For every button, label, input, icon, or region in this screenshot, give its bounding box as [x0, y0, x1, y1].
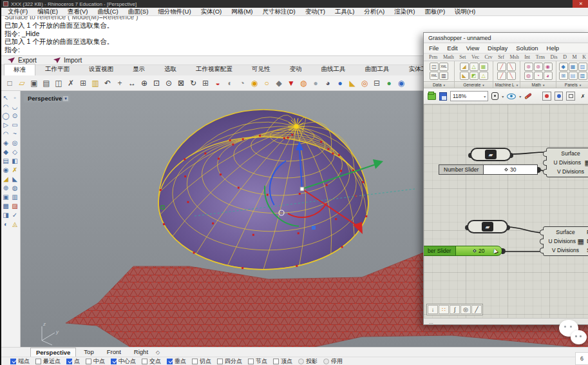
slider-grip-icon[interactable] — [473, 249, 477, 253]
chevron-down-icon[interactable]: ▾ — [502, 94, 504, 99]
zoom-extents-icon[interactable]: ⊠ — [176, 77, 186, 88]
point-icon[interactable]: ◦ — [10, 93, 19, 102]
menu-item[interactable]: 变动(T) — [305, 8, 325, 16]
gh-obscure-icon[interactable]: ✗ — [578, 92, 587, 101]
gumball-icon[interactable]: ◉ — [249, 77, 260, 88]
surface-tool-icon[interactable]: ◈ — [1, 138, 10, 147]
gh-panel-row[interactable]: V Divisions — [547, 167, 588, 176]
viewport-tab[interactable]: Right — [129, 348, 153, 357]
gh-category-tab[interactable]: Math — [443, 54, 454, 60]
gh-category-tab[interactable]: Trns — [536, 54, 545, 60]
gh-draw-pencil-icon[interactable] — [524, 93, 532, 100]
preview-sphere-icon[interactable]: ◎ — [460, 305, 471, 314]
checkbox[interactable] — [142, 359, 147, 364]
gh-menu-item[interactable]: Help — [547, 44, 560, 52]
rectangle-icon[interactable]: ▭ — [10, 120, 19, 129]
osnap-toggle[interactable]: 最近点 — [35, 357, 61, 365]
checkbox[interactable] — [167, 359, 173, 364]
menu-item[interactable]: 查看(V) — [68, 8, 88, 16]
menu-item[interactable]: 文件(F) — [8, 8, 28, 16]
gh-group-label[interactable]: Data▾ — [424, 81, 454, 88]
checkbox[interactable] — [323, 359, 329, 364]
pan-icon[interactable]: + — [115, 77, 125, 88]
gh-category-tab[interactable]: K — [582, 54, 586, 60]
curve-edit-icon[interactable]: ◡ — [10, 102, 19, 111]
union-icon[interactable]: ⊕ — [1, 183, 10, 192]
gh-category-tab[interactable]: Set — [459, 54, 466, 60]
menu-item[interactable]: 曲线(C) — [97, 8, 118, 16]
component-icon[interactable]: ╲ — [507, 63, 516, 71]
input-jack[interactable] — [543, 151, 547, 157]
component-icon[interactable]: ▨ — [578, 63, 587, 71]
osnap-toggle[interactable]: 中点 — [86, 357, 105, 365]
toolbar-tab[interactable]: 工作视窗配置 — [186, 63, 242, 75]
shade-icon[interactable]: ◐ — [225, 77, 235, 88]
checkbox[interactable] — [66, 359, 72, 364]
component-icon[interactable]: ▦ — [479, 63, 488, 71]
toolbar-tab[interactable]: 变动 — [280, 63, 312, 75]
circle-icon[interactable]: ◯ — [1, 111, 10, 120]
earth-icon[interactable]: ● — [384, 77, 394, 88]
chevron-down-icon[interactable]: ▾ — [519, 94, 521, 99]
checkbox[interactable] — [10, 359, 16, 364]
gh-sketch-icon[interactable] — [542, 92, 551, 101]
menu-item[interactable]: 尺寸标注(D) — [263, 8, 296, 16]
freeform-icon[interactable]: ~ — [10, 129, 19, 138]
gh-panel-component-2[interactable]: Surface Pr U Divisions ▦ Br V Divisions … — [543, 226, 588, 256]
osnap-toggle[interactable]: 四分点 — [217, 357, 242, 365]
pyramid-icon[interactable]: ◬ — [10, 219, 19, 228]
gh-category-tab[interactable]: Prm — [429, 54, 437, 60]
slider-grip-icon[interactable] — [504, 168, 508, 172]
trim-icon[interactable]: ✗ — [10, 165, 19, 174]
checkbox[interactable] — [111, 359, 117, 364]
checkbox[interactable] — [35, 359, 41, 364]
gh-canvas[interactable]: ▰ Surface U Divisions ▦ V Divisions Numb… — [424, 104, 588, 318]
checkbox[interactable] — [298, 359, 304, 364]
sphere-blue-icon[interactable]: ● — [335, 77, 345, 88]
mask-icon[interactable]: ▼ — [286, 77, 296, 88]
menu-item[interactable]: 网格(M) — [231, 8, 252, 16]
component-icon[interactable]: ⊛ — [534, 63, 543, 71]
move-icon[interactable]: ↔ — [127, 77, 137, 88]
osnap-toggle[interactable]: 端点 — [10, 357, 30, 365]
box-icon[interactable]: ◆ — [1, 147, 10, 156]
gh-category-tab[interactable]: Msh — [509, 54, 518, 60]
spline-icon[interactable]: ∫ — [450, 305, 460, 314]
gh-zoom-select[interactable]: 118% ▾ — [450, 91, 488, 101]
polygon-icon[interactable]: ▷ — [1, 120, 10, 129]
lock-icon[interactable]: ◆ — [274, 77, 284, 88]
input-jack[interactable] — [540, 248, 544, 253]
check-icon[interactable]: ✓ — [10, 210, 19, 219]
component-icon[interactable]: ◍ — [524, 72, 533, 80]
menu-item[interactable]: 说明(H) — [455, 8, 475, 16]
checkbox[interactable] — [248, 359, 254, 364]
history-icon[interactable]: ◔ — [237, 77, 247, 88]
component-icon[interactable]: △ — [469, 63, 479, 71]
input-jack[interactable] — [543, 160, 547, 166]
hatch-icon[interactable]: ▩ — [1, 201, 10, 210]
component-icon[interactable]: ◣ — [460, 72, 469, 80]
gh-preview-eye-icon[interactable] — [507, 94, 516, 99]
toolbar-tab[interactable]: 设置视图 — [79, 63, 123, 75]
viewport-label[interactable]: Perspective ▾ — [24, 94, 70, 103]
gh-category-tab[interactable]: Vec — [471, 54, 479, 60]
component-icon[interactable]: ◆ — [559, 63, 568, 71]
menu-item[interactable]: 渲染(R) — [394, 8, 415, 16]
grid-icon[interactable]: ▥ — [10, 192, 19, 201]
viewport-tab[interactable]: Top — [79, 348, 99, 357]
toolbar-tab[interactable]: 标准 — [4, 64, 35, 75]
flag-icon[interactable]: ◣ — [347, 77, 357, 88]
gh-panel-row[interactable]: Surface — [547, 149, 588, 158]
gh-titlebar[interactable]: Grasshopper - unnamed — [424, 33, 588, 43]
component-icon[interactable]: ◔ — [534, 72, 543, 80]
toolbar-tab[interactable]: 显示 — [123, 63, 155, 75]
osnap-toggle[interactable]: 停用 — [323, 357, 343, 365]
slider-track[interactable]: 30 — [484, 165, 537, 174]
component-icon[interactable]: ╱ — [497, 72, 506, 80]
input-jack[interactable] — [540, 239, 544, 244]
copy-icon[interactable]: ⊞ — [78, 77, 88, 88]
component-icon[interactable]: ◉ — [544, 63, 553, 71]
viewport-tab[interactable]: Front — [102, 348, 126, 357]
menu-item[interactable]: 分析(A) — [365, 8, 385, 16]
component-icon[interactable]: ▥ — [578, 72, 587, 80]
